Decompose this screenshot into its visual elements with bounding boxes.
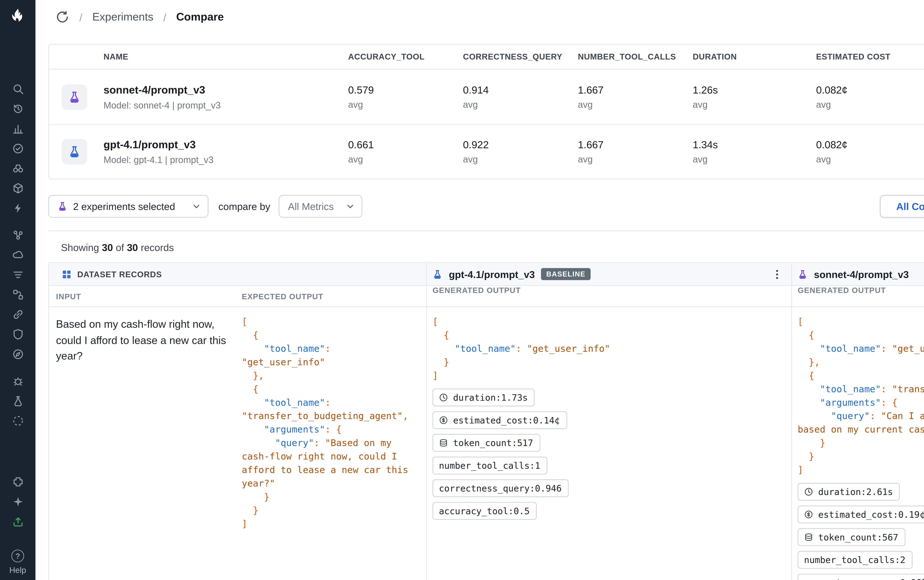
cost-badge: estimated_cost:0.19¢ [797,506,924,524]
binoculars-icon[interactable] [8,160,27,177]
tab-all-content[interactable]: All Content [880,195,924,218]
metric-cell: 1.667avg [578,84,693,110]
column-header-number-tool-calls: NUMBER_TOOL_CALLS [578,53,693,61]
experiments-selector[interactable]: 2 experiments selected [48,195,208,218]
cube-icon[interactable] [8,180,27,197]
record-count-status: Showing 30 of 30 records [36,231,924,262]
bolt-icon[interactable] [8,199,27,217]
table-grid-icon [62,269,72,279]
metric-cell: 0.082¢avg [816,139,924,165]
experiment-name: gpt-4.1/prompt_v3 [104,138,348,150]
column-header-name: NAME [104,53,348,61]
flask-chip [62,139,87,165]
baseline-metric-badges: duration:1.73s estimated_cost:0.14¢ toke… [432,389,777,520]
app-window: ? Help / Experiments / Compare NAME ACCU… [0,0,924,580]
summary-table-header: NAME ACCURACY_TOOL CORRECTNESS_QUERY NUM… [49,45,924,69]
help-label[interactable]: Help [10,566,26,575]
compare-experiment-name: sonnet-4/prompt_v3 [814,269,909,280]
phoenix-logo-icon[interactable] [8,5,27,28]
column-header-duration: DURATION [693,53,816,61]
metric-cell: 1.26savg [693,84,816,110]
filter-icon[interactable] [8,266,27,284]
experiment-name: sonnet-4/prompt_v3 [104,83,348,96]
comparison-grid-subheader: INPUT EXPECTED OUTPUT GENERATED OUTPUT G… [49,286,924,307]
token-badge: token_count:567 [797,528,905,546]
compass-icon[interactable] [8,345,27,363]
tool-calls-badge: number_tool_calls:2 [797,551,912,569]
loader-icon[interactable] [8,412,27,430]
comparison-grid-header: DATASET RECORDS gpt-4.1/prompt_v3 BASELI… [49,263,924,286]
baseline-experiment-header: gpt-4.1/prompt_v3 BASELINE [426,263,791,285]
chevron-down-icon [346,202,355,211]
chevron-down-icon [192,202,201,211]
experiment-model: Model: gpt-4.1 | prompt_v3 [104,155,348,165]
comparison-grid: DATASET RECORDS gpt-4.1/prompt_v3 BASELI… [48,262,924,580]
breadcrumb-compare: Compare [176,11,224,23]
expected-output-json: [ { "tool_name": "get_user_info" }, { "t… [242,315,415,530]
experiments-summary-table: NAME ACCURACY_TOOL CORRECTNESS_QUERY NUM… [48,44,924,180]
content-tabs: All Content Output Evals [880,195,924,218]
baseline-output-json: [ { "tool_name": "get_user_info" } ] [432,315,777,382]
compare-output-json: [ { "tool_name": "get_user_info" }, { "t… [797,315,924,476]
blocks-icon[interactable] [8,473,27,491]
beaker-icon[interactable] [8,392,27,410]
sidebar-nav [8,80,27,432]
tool-calls-badge: number_tool_calls:1 [432,457,547,475]
experiment-row-gpt[interactable]: gpt-4.1/prompt_v3 Model: gpt-4.1 | promp… [49,124,924,178]
metric-cell: 1.34savg [693,139,816,165]
token-badge: token_count:517 [432,434,540,452]
metrics-filter-selector[interactable]: All Metrics [279,195,362,218]
bug-icon[interactable] [8,372,27,390]
experiments-circle-icon[interactable] [55,10,69,24]
breadcrumb-separator: / [163,11,166,23]
compare-generated-output: [ { "tool_name": "get_user_info" }, { "t… [791,307,924,580]
shield-icon[interactable] [8,326,27,343]
flask-icon [58,201,68,211]
metric-cell: 0.914avg [463,84,578,110]
record-input-text: Based on my cash-flow right now, could I… [49,307,239,364]
flask-chip [62,84,87,110]
compare-metric-badges: duration:2.61s estimated_cost:0.19¢ toke… [797,483,924,580]
check-circle-icon[interactable] [8,140,27,158]
baseline-experiment-name: gpt-4.1/prompt_v3 [449,269,535,280]
metric-cell: 0.579avg [348,84,463,110]
clock-icon [804,487,813,496]
cloud-icon[interactable] [8,246,27,264]
cost-icon [439,415,448,425]
column-header-generated-output-compare: GENERATED OUTPUT [791,286,924,306]
column-header-expected-output: EXPECTED OUTPUT [239,292,426,300]
viewport: ? Help / Experiments / Compare NAME ACCU… [0,0,924,580]
history-icon[interactable] [8,100,27,118]
help-icon[interactable]: ? [11,549,24,562]
column-header-estimated-cost: ESTIMATED COST [816,53,924,61]
clock-icon [439,393,448,402]
metric-cell: 0.661avg [348,139,463,165]
breadcrumb: / Experiments / Compare [36,0,924,34]
sparkle-icon[interactable] [8,493,27,511]
dataset-record-row[interactable]: Based on my cash-flow right now, could I… [49,307,924,580]
workflow-icon[interactable] [8,286,27,303]
breadcrumb-separator: / [79,11,82,23]
baseline-badge: BASELINE [541,268,590,280]
experiment-row-sonnet[interactable]: sonnet-4/prompt_v3 Model: sonnet-4 | pro… [49,69,924,124]
cost-icon [804,510,813,519]
metric-cell: 0.922avg [463,139,578,165]
link-icon[interactable] [8,306,27,323]
cluster-icon[interactable] [8,226,27,244]
column-header-correctness-query: CORRECTNESS_QUERY [463,53,578,61]
record-expected-output: [ { "tool_name": "get_user_info" }, { "t… [239,307,426,531]
metric-cell: 0.082¢avg [816,84,924,110]
token-icon [439,438,448,448]
upload-icon[interactable] [8,513,27,531]
correctness-badge: correctness_query:0.946 [432,479,568,497]
sidebar: ? Help [0,0,36,580]
accuracy-badge: accuracy_tool:0.5 [432,502,537,520]
column-header-accuracy-tool: ACCURACY_TOOL [348,53,463,61]
metric-cell: 1.667avg [578,139,693,165]
token-icon [804,532,813,542]
search-icon[interactable] [8,80,27,98]
breadcrumb-experiments[interactable]: Experiments [92,11,153,23]
kebab-menu-icon[interactable] [771,269,782,280]
bar-chart-icon[interactable] [8,120,27,137]
compare-by-label: compare by [218,201,270,212]
